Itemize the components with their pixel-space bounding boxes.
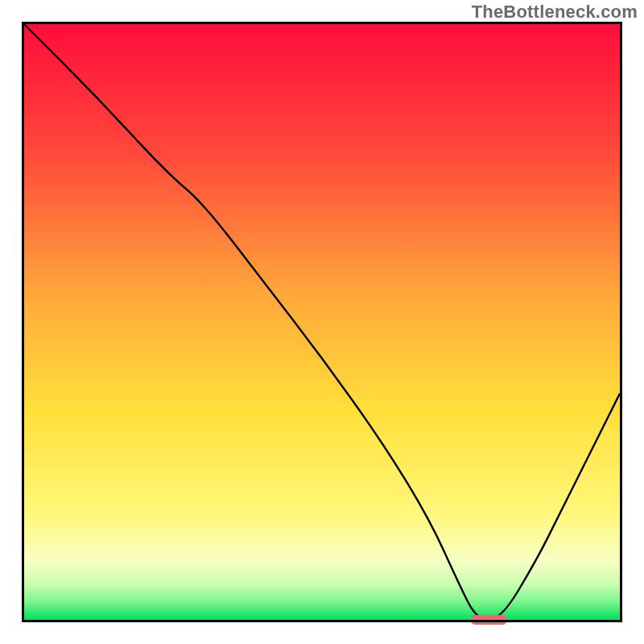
chart-plot (0, 0, 644, 644)
chart-container: TheBottleneck.com (0, 0, 644, 644)
bottleneck-curve (24, 24, 620, 620)
watermark-text: TheBottleneck.com (472, 2, 638, 23)
optimal-marker (471, 615, 506, 625)
